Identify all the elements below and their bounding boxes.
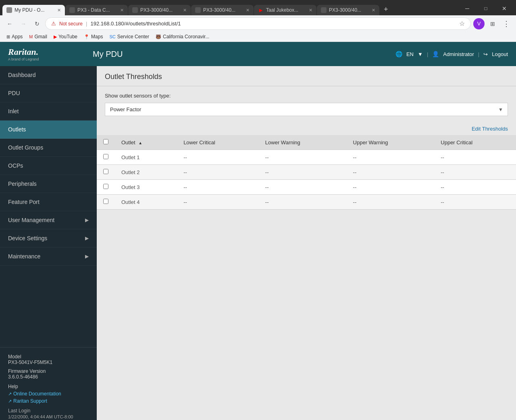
sidebar-label-user-management: User Management [8, 217, 54, 223]
row2-checkbox[interactable] [103, 169, 108, 174]
tab-close-4[interactable]: ✕ [246, 8, 250, 13]
table-row: Outlet 4 -- -- -- -- [97, 195, 516, 210]
tab-taal[interactable]: ▶ Taal Jukebox... ✕ [254, 5, 316, 15]
sidebar-item-outlet-groups[interactable]: Outlet Groups [0, 139, 97, 157]
maximize-button[interactable]: □ [476, 2, 495, 15]
row3-outlet: Outlet 3 [115, 180, 177, 195]
sidebar-label-outlet-groups: Outlet Groups [8, 144, 43, 151]
tab-px3-6[interactable]: PX3-3000/40... ✕ [317, 5, 379, 15]
sidebar-item-device-settings[interactable]: Device Settings ▶ [0, 229, 97, 247]
address-box[interactable]: ⚠ Not secure | 192.168.0.180/#/outlets/t… [45, 17, 471, 30]
lower-warning-col-label: Lower Warning [265, 139, 300, 146]
new-tab-button[interactable]: + [380, 4, 392, 15]
extensions-button[interactable]: ⊞ [487, 18, 498, 29]
forward-button[interactable]: → [18, 18, 29, 29]
logout-button[interactable]: Logout [492, 51, 508, 57]
row3-upper-warning: -- [347, 180, 435, 195]
firmware-label: Firmware Version [8, 368, 89, 374]
select-all-checkbox[interactable] [103, 139, 108, 144]
select-wrapper: Power Factor ▼ [105, 103, 508, 116]
header-divider-1: | [427, 51, 428, 57]
logout-icon: ↪ [483, 51, 488, 57]
filter-label: Show outlet sensors of type: [105, 93, 508, 99]
device-settings-arrow-icon: ▶ [85, 235, 89, 241]
online-documentation-label: Online Documentation [13, 391, 61, 397]
gmail-icon: M [29, 34, 33, 39]
row3-upper-critical: -- [434, 180, 516, 195]
address-bar-row: ← → ↻ ⚠ Not secure | 192.168.0.180/#/out… [0, 15, 516, 32]
sidebar-item-feature-port[interactable]: Feature Port [0, 193, 97, 211]
tab-close[interactable]: ✕ [57, 8, 61, 13]
th-outlet[interactable]: Outlet ▲ [115, 135, 177, 150]
edit-thresholds-link[interactable]: Edit Thresholds [472, 126, 508, 132]
row2-lower-critical: -- [177, 165, 259, 180]
bookmark-apps[interactable]: ⊞ Apps [4, 33, 25, 40]
sidebar-item-user-management[interactable]: User Management ▶ [0, 211, 97, 229]
th-checkbox [97, 135, 115, 150]
tab-close-6[interactable]: ✕ [372, 8, 375, 13]
last-login-label: Last Login [8, 408, 89, 414]
tab-mypdu[interactable]: My PDU - O... ✕ [2, 5, 65, 15]
row1-checkbox[interactable] [103, 154, 108, 159]
model-value: PX3-5041V-F5M5K1 [8, 360, 89, 365]
sensor-type-select[interactable]: Power Factor [105, 103, 508, 116]
th-upper-warning: Upper Warning [347, 135, 435, 150]
maintenance-arrow-icon: ▶ [85, 254, 89, 259]
firmware-value: 3.6.0.5-46486 [8, 374, 89, 380]
header-divider-2: | [478, 51, 479, 57]
sidebar-item-maintenance[interactable]: Maintenance ▶ [0, 247, 97, 266]
sidebar-item-outlets[interactable]: Outlets [0, 121, 97, 139]
row2-outlet: Outlet 2 [115, 165, 177, 180]
thresholds-table: Outlet ▲ Lower Critical Lower Warning [97, 135, 516, 210]
row3-checkbox[interactable] [103, 184, 108, 189]
sidebar-label-feature-port: Feature Port [8, 199, 40, 205]
row4-checkbox[interactable] [103, 199, 108, 204]
raritan-support-link[interactable]: ↗ Raritan Support [8, 398, 89, 404]
tab-px3-3[interactable]: PX3-3000/40... ✕ [128, 5, 191, 15]
language-globe-icon: 🌐 [395, 51, 402, 57]
menu-button[interactable]: ⋮ [501, 18, 512, 29]
sidebar-item-ocps[interactable]: OCPs [0, 157, 97, 175]
tab-title-px3-4: PX3-3000/40... [203, 7, 243, 13]
bookmark-star-icon[interactable]: ☆ [459, 20, 465, 27]
tab-title-px3-3: PX3-3000/40... [140, 7, 181, 13]
logo-text: Raritan. [8, 47, 93, 57]
help-label: Help [8, 384, 89, 389]
tab-px3-4[interactable]: PX3-3000/40... ✕ [191, 5, 254, 15]
bookmark-maps[interactable]: 📍 Maps [81, 33, 105, 40]
close-window-button[interactable]: ✕ [495, 2, 514, 15]
url-text[interactable]: 192.168.0.180/#/outlets/thresholdList/1 [90, 21, 456, 27]
sidebar-label-outlets: Outlets [8, 126, 26, 133]
bookmark-ca[interactable]: 🐻 California Coronavir... [153, 33, 212, 40]
outlet-col-label: Outlet [121, 139, 135, 146]
row3-lower-warning: -- [259, 180, 347, 195]
bookmarks-bar: ⊞ Apps M Gmail ▶ YouTube 📍 Maps SC Servi… [0, 32, 516, 42]
online-documentation-link[interactable]: ↗ Online Documentation [8, 391, 89, 397]
user-management-arrow-icon: ▶ [85, 217, 89, 223]
bookmark-gmail[interactable]: M Gmail [27, 33, 50, 40]
reload-button[interactable]: ↻ [31, 18, 43, 29]
url-separator: | [86, 21, 87, 27]
tab-px3data[interactable]: PX3 - Data C... ✕ [65, 5, 128, 15]
sidebar-item-inlet[interactable]: Inlet [0, 102, 97, 121]
language-selector[interactable]: EN [406, 51, 414, 57]
bookmark-youtube[interactable]: ▶ YouTube [51, 33, 80, 40]
sidebar-item-peripherals[interactable]: Peripherals [0, 175, 97, 193]
sidebar-item-dashboard[interactable]: Dashboard [0, 66, 97, 84]
sidebar-item-pdu[interactable]: PDU [0, 84, 97, 102]
bookmark-gmail-label: Gmail [35, 34, 47, 40]
youtube-icon: ▶ [54, 34, 57, 40]
bookmark-service-center[interactable]: SC Service Center [107, 33, 152, 40]
minimize-button[interactable]: ─ [458, 2, 476, 15]
profile-icon[interactable]: V [473, 18, 485, 29]
tab-close-5[interactable]: ✕ [309, 8, 312, 13]
tab-title-px3: PX3 - Data C... [77, 7, 118, 13]
tab-close-2[interactable]: ✕ [120, 8, 124, 13]
sidebar-label-ocps: OCPs [8, 162, 23, 169]
user-icon: 👤 [432, 51, 439, 57]
tab-close-3[interactable]: ✕ [183, 8, 187, 13]
sidebar-label-device-settings: Device Settings [8, 235, 47, 241]
back-button[interactable]: ← [4, 18, 15, 29]
bookmark-service-center-label: Service Center [117, 34, 149, 40]
page-title: Outlet Thresholds [105, 73, 508, 81]
